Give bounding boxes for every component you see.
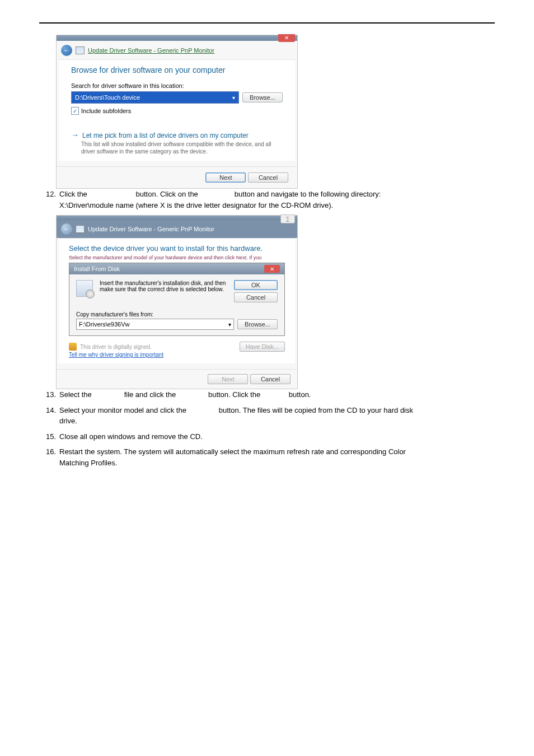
disk-icon bbox=[76, 280, 93, 297]
path-value: D:\Drivers\Touch device bbox=[75, 94, 140, 101]
step-text: Close all open windows and remove the CD… bbox=[59, 431, 495, 442]
dialog-heading: Select the device driver you want to ins… bbox=[69, 244, 285, 253]
option-subtext: This list will show installed driver sof… bbox=[81, 141, 283, 155]
dialog-title: Update Driver Software - Generic PnP Mon… bbox=[88, 226, 214, 232]
horizontal-rule bbox=[39, 22, 495, 24]
include-subfolders-checkbox[interactable]: ✓ bbox=[71, 107, 79, 115]
close-icon[interactable]: ✕ bbox=[278, 34, 295, 42]
install-title: Install From Disk bbox=[74, 265, 120, 272]
arrow-right-icon: → bbox=[71, 130, 82, 139]
pick-from-list-link[interactable]: Let me pick from a list of device driver… bbox=[82, 132, 249, 139]
sig-icon[interactable]: ∑ bbox=[280, 214, 295, 223]
signing-important-link[interactable]: Tell me why driver signing is important bbox=[69, 352, 285, 358]
copy-path-input[interactable]: F:\Drivers\e936Vw ▾ bbox=[76, 319, 234, 330]
browse-button[interactable]: Browse... bbox=[237, 319, 278, 329]
step-number: 13. bbox=[39, 389, 59, 400]
browse-button[interactable]: Browse... bbox=[242, 92, 283, 102]
dialog-heading: Browse for driver software on your compu… bbox=[71, 66, 283, 74]
chevron-down-icon[interactable]: ▾ bbox=[228, 321, 231, 328]
step-text: Select the file and click the button. Cl… bbox=[59, 389, 495, 400]
shield-icon bbox=[69, 343, 77, 351]
close-icon[interactable]: ✕ bbox=[264, 265, 280, 273]
next-button[interactable]: Next bbox=[208, 374, 248, 384]
dialog-title: Update Driver Software - Generic PnP Mon… bbox=[88, 47, 214, 54]
back-icon[interactable]: ← bbox=[61, 223, 72, 235]
copy-path-value: F:\Drivers\e936Vw bbox=[79, 321, 129, 328]
search-label: Search for driver software in this locat… bbox=[71, 82, 283, 89]
cancel-button[interactable]: Cancel bbox=[250, 374, 291, 384]
install-text: Insert the manufacturer's installation d… bbox=[100, 280, 227, 292]
step-number: 14. bbox=[39, 405, 59, 427]
monitor-icon bbox=[76, 225, 85, 233]
cancel-button[interactable]: Cancel bbox=[234, 292, 278, 302]
dialog-browse-driver: ✕ ← Update Driver Software - Generic PnP… bbox=[56, 35, 298, 189]
have-disk-button[interactable]: Have Disk... bbox=[240, 342, 285, 352]
step-text: Click the button. Click on the button an… bbox=[59, 189, 495, 211]
include-subfolders-label: Include subfolders bbox=[81, 108, 131, 114]
step-number: 12. bbox=[39, 189, 59, 211]
next-button[interactable]: Next bbox=[205, 172, 246, 183]
dialog-install-from-disk: ∑ ← Update Driver Software - Generic PnP… bbox=[56, 215, 298, 389]
ok-button[interactable]: OK bbox=[234, 280, 278, 290]
step-text: Select your monitor model and click the … bbox=[59, 405, 495, 427]
step-number: 15. bbox=[39, 431, 59, 442]
cut-label: Select the manufacturer and model of you… bbox=[69, 255, 285, 260]
signature-text: This driver is digitally signed. bbox=[80, 344, 152, 350]
step-number: 16. bbox=[39, 446, 59, 468]
chevron-down-icon[interactable]: ▾ bbox=[229, 95, 235, 101]
cancel-button[interactable]: Cancel bbox=[248, 172, 288, 183]
path-input[interactable]: D:\Drivers\Touch device ▾ bbox=[71, 91, 239, 104]
monitor-icon bbox=[76, 46, 85, 54]
back-icon[interactable]: ← bbox=[61, 45, 72, 56]
step-text: Restart the system. The system will auto… bbox=[59, 446, 495, 468]
copy-label: Copy manufacturer's files from: bbox=[76, 311, 278, 318]
